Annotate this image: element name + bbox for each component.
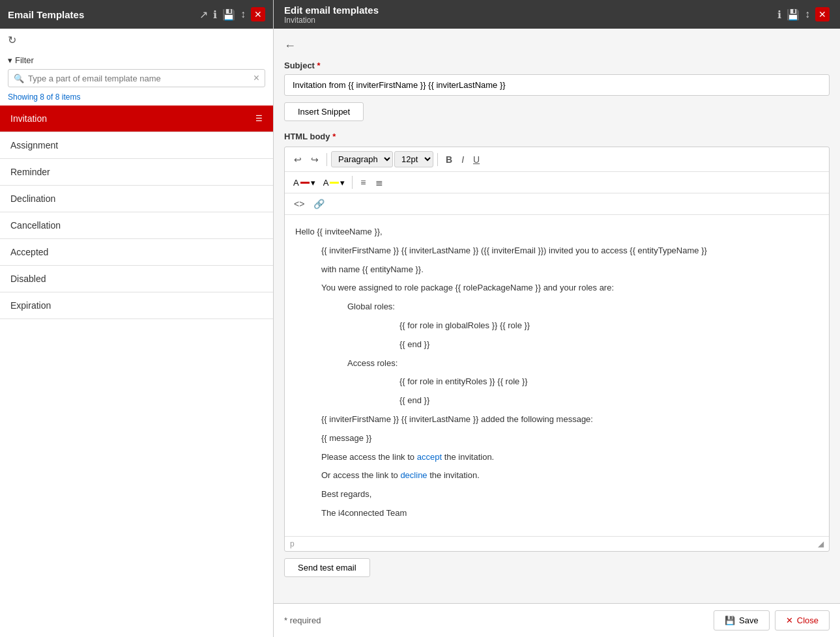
edit-icon-invitation: ☰: [255, 114, 263, 123]
toolbar-divider-3: [352, 176, 353, 189]
right-footer: * required 💾 Save ✕ Close: [274, 603, 840, 637]
save-icon[interactable]: 💾: [222, 8, 235, 21]
editor-toolbar-row3: <> 🔗: [285, 193, 829, 215]
left-panel-title: Email Templates: [8, 9, 84, 20]
numbered-list-button[interactable]: ≣: [371, 175, 387, 190]
access-roles-label: Access roles:: [295, 357, 818, 371]
left-header-icons: ↗ ℹ 💾 ↕ ✕: [199, 7, 265, 21]
insert-snippet-button[interactable]: Insert Snippet: [284, 102, 364, 121]
clear-search-button[interactable]: ×: [253, 72, 259, 84]
body-line2: {{ inviterFirstName }} {{ inviterLastNam…: [295, 244, 818, 258]
global-roles-loop: {{ for role in globalRoles }} {{ role }}: [295, 319, 818, 333]
editor-toolbar-row1: ↩ ↪ Paragraph 12pt B I U: [285, 147, 829, 172]
editor-footer: p ◢: [285, 536, 829, 551]
right-pin-icon[interactable]: ↕: [805, 8, 810, 20]
template-item-reminder[interactable]: Reminder: [0, 159, 273, 186]
body-line9: Best regards,: [295, 488, 818, 502]
font-size-select[interactable]: 12pt: [394, 151, 433, 167]
code-button[interactable]: <>: [290, 196, 308, 212]
search-input[interactable]: [28, 74, 253, 83]
right-header-icons: ℹ 💾 ↕ ✕: [777, 7, 830, 21]
send-test-email-button[interactable]: Send test email: [284, 558, 370, 577]
filter-label: ▾ Filter: [8, 55, 265, 65]
template-name-declination: Declination: [10, 193, 55, 204]
close-button[interactable]: ✕ Close: [775, 610, 830, 630]
italic-button[interactable]: I: [457, 152, 468, 167]
left-panel: Email Templates ↗ ℹ 💾 ↕ ✕ ↻ ▾ Filter 🔍 ×…: [0, 0, 274, 637]
text-color-label: A: [293, 178, 299, 188]
template-item-disabled[interactable]: Disabled: [0, 266, 273, 292]
template-name-assignment: Assignment: [10, 140, 58, 150]
underline-button[interactable]: U: [469, 152, 484, 167]
refresh-icon[interactable]: ↻: [0, 29, 273, 51]
template-item-cancellation[interactable]: Cancellation: [0, 212, 273, 239]
subject-label: Subject *: [284, 61, 830, 70]
resize-handle[interactable]: ◢: [818, 539, 824, 548]
filter-chevron-icon: ▾: [8, 55, 12, 65]
external-link-icon[interactable]: ↗: [199, 8, 208, 21]
body-line6: {{ message }}: [295, 432, 818, 446]
body-line1: Hello {{ inviteeName }},: [295, 225, 818, 239]
template-name-cancellation: Cancellation: [10, 220, 61, 231]
close-right-panel-button[interactable]: ✕: [815, 7, 830, 21]
showing-text: Showing 8 of 8 items: [0, 90, 273, 106]
bg-color-button[interactable]: A ▾: [320, 176, 349, 190]
toolbar-divider-1: [326, 153, 327, 166]
redo-button[interactable]: ↪: [307, 152, 323, 167]
accept-link[interactable]: accept: [417, 452, 442, 462]
footer-buttons: 💾 Save ✕ Close: [714, 610, 830, 630]
save-button[interactable]: 💾 Save: [714, 610, 770, 630]
info-icon[interactable]: ℹ: [213, 8, 217, 21]
editor-tag: p: [290, 539, 295, 548]
template-item-declination[interactable]: Declination: [0, 186, 273, 212]
template-name-expiration: Expiration: [10, 300, 51, 311]
template-item-accepted[interactable]: Accepted: [0, 239, 273, 266]
bg-color-label: A: [323, 178, 329, 188]
template-item-invitation[interactable]: Invitation ☰: [0, 106, 273, 132]
paragraph-select[interactable]: Paragraph: [331, 151, 393, 167]
undo-button[interactable]: ↩: [290, 152, 306, 167]
right-header: Edit email templates Invitation ℹ 💾 ↕ ✕: [274, 0, 840, 29]
save-icon-btn: 💾: [725, 616, 735, 625]
body-line8: Or access the link to decline the invita…: [295, 469, 818, 483]
body-line4: You were assigned to role package {{ rol…: [295, 281, 818, 295]
template-item-assignment[interactable]: Assignment: [0, 132, 273, 159]
template-item-expiration[interactable]: Expiration: [0, 292, 273, 319]
text-color-button[interactable]: A ▾: [290, 176, 319, 190]
right-info-icon[interactable]: ℹ: [777, 8, 781, 21]
bold-button[interactable]: B: [442, 152, 456, 167]
bullet-list-button[interactable]: ≡: [356, 175, 369, 190]
subject-required-star: *: [317, 61, 321, 70]
bg-color-chevron: ▾: [340, 178, 345, 188]
close-icon-btn: ✕: [786, 616, 793, 625]
toolbar-divider-2: [437, 153, 438, 166]
search-icon: 🔍: [14, 74, 24, 83]
template-list: Invitation ☰ Assignment Reminder Declina…: [0, 106, 273, 637]
template-name-disabled: Disabled: [10, 274, 46, 284]
editor-container: ↩ ↪ Paragraph 12pt B I U A ▾: [284, 147, 830, 552]
global-roles-end: {{ end }}: [295, 338, 818, 352]
text-color-chevron: ▾: [311, 178, 315, 188]
pin-icon[interactable]: ↕: [240, 8, 246, 20]
right-content: ← Subject * Insert Snippet HTML body * ↩…: [274, 29, 840, 603]
template-name-accepted: Accepted: [10, 247, 48, 257]
body-line5: {{ inviterFirstName }} {{ inviterLastNam…: [295, 413, 818, 427]
template-name-reminder: Reminder: [10, 167, 50, 177]
global-roles-label: Global roles:: [295, 300, 818, 314]
right-header-title-group: Edit email templates Invitation: [284, 5, 379, 25]
subject-input[interactable]: [284, 74, 830, 96]
right-panel-title: Edit email templates: [284, 5, 379, 16]
text-color-swatch: [300, 182, 310, 184]
editor-body[interactable]: Hello {{ inviteeName }}, {{ inviterFirst…: [285, 215, 829, 536]
back-button[interactable]: ←: [284, 39, 296, 53]
right-panel: Edit email templates Invitation ℹ 💾 ↕ ✕ …: [274, 0, 840, 637]
html-body-required-star: *: [332, 132, 336, 141]
close-left-panel-button[interactable]: ✕: [251, 7, 265, 21]
decline-link[interactable]: decline: [400, 470, 427, 480]
search-box: 🔍 ×: [8, 69, 265, 87]
right-save-icon[interactable]: 💾: [787, 8, 800, 21]
link-button[interactable]: 🔗: [310, 196, 328, 212]
access-roles-end: {{ end }}: [295, 394, 818, 408]
body-line3: with name {{ entityName }}.: [295, 263, 818, 277]
filter-section: ▾ Filter 🔍 ×: [0, 51, 273, 90]
